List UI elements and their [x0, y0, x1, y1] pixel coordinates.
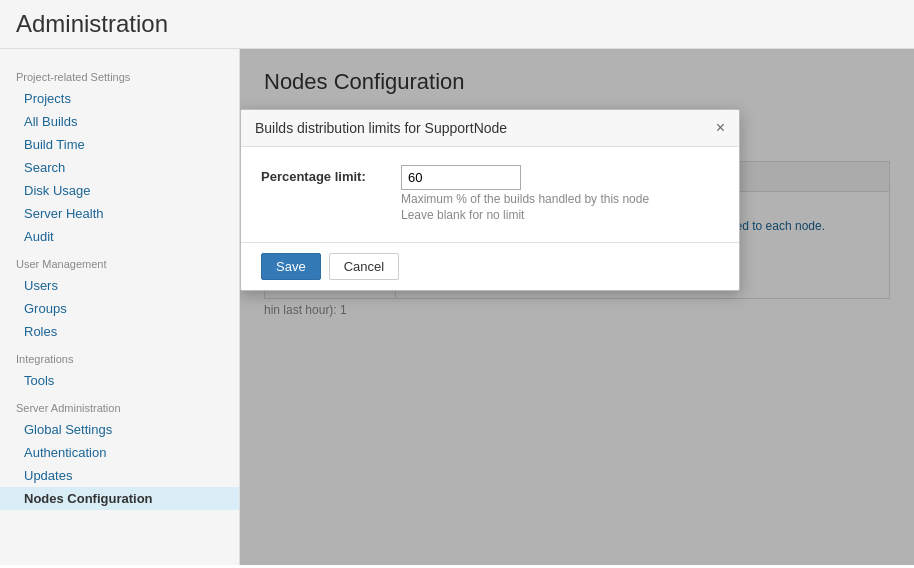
sidebar-item-roles[interactable]: Roles	[0, 320, 239, 343]
sidebar-item-build-time[interactable]: Build Time	[0, 133, 239, 156]
sidebar-item-global-settings[interactable]: Global Settings	[0, 418, 239, 441]
percentage-input[interactable]	[401, 165, 521, 190]
hint1: Maximum % of the builds handled by this …	[401, 192, 719, 206]
sidebar-item-search[interactable]: Search	[0, 156, 239, 179]
sidebar-item-groups[interactable]: Groups	[0, 297, 239, 320]
save-button[interactable]: Save	[261, 253, 321, 280]
modal-footer: Save Cancel	[241, 242, 739, 290]
page-header: Administration	[0, 0, 914, 49]
sidebar: Project-related Settings Projects All Bu…	[0, 49, 240, 565]
sidebar-item-server-health[interactable]: Server Health	[0, 202, 239, 225]
cancel-button[interactable]: Cancel	[329, 253, 399, 280]
sidebar-item-users[interactable]: Users	[0, 274, 239, 297]
sidebar-item-nodes-configuration[interactable]: Nodes Configuration	[0, 487, 239, 510]
hint2: Leave blank for no limit	[401, 208, 719, 222]
percentage-form-row: Percentage limit: Maximum % of the build…	[261, 165, 719, 222]
modal-body: Percentage limit: Maximum % of the build…	[241, 147, 739, 242]
percentage-field: Maximum % of the builds handled by this …	[401, 165, 719, 222]
user-management-label: User Management	[0, 248, 239, 274]
modal-overlay: Builds distribution limits for SupportNo…	[240, 49, 914, 565]
sidebar-item-audit[interactable]: Audit	[0, 225, 239, 248]
sidebar-item-projects[interactable]: Projects	[0, 87, 239, 110]
sidebar-item-updates[interactable]: Updates	[0, 464, 239, 487]
sidebar-item-authentication[interactable]: Authentication	[0, 441, 239, 464]
sidebar-item-disk-usage[interactable]: Disk Usage	[0, 179, 239, 202]
main-layout: Project-related Settings Projects All Bu…	[0, 49, 914, 565]
main-content: Nodes Configuration Available Nodes Ther…	[240, 49, 914, 565]
modal-dialog: Builds distribution limits for SupportNo…	[240, 109, 740, 291]
modal-header: Builds distribution limits for SupportNo…	[241, 110, 739, 147]
percentage-label: Percentage limit:	[261, 165, 401, 184]
sidebar-item-all-builds[interactable]: All Builds	[0, 110, 239, 133]
modal-close-button[interactable]: ×	[716, 120, 725, 136]
project-settings-label: Project-related Settings	[0, 61, 239, 87]
integrations-label: Integrations	[0, 343, 239, 369]
modal-title: Builds distribution limits for SupportNo…	[255, 120, 507, 136]
page-title: Administration	[16, 10, 898, 38]
sidebar-item-tools[interactable]: Tools	[0, 369, 239, 392]
server-admin-label: Server Administration	[0, 392, 239, 418]
